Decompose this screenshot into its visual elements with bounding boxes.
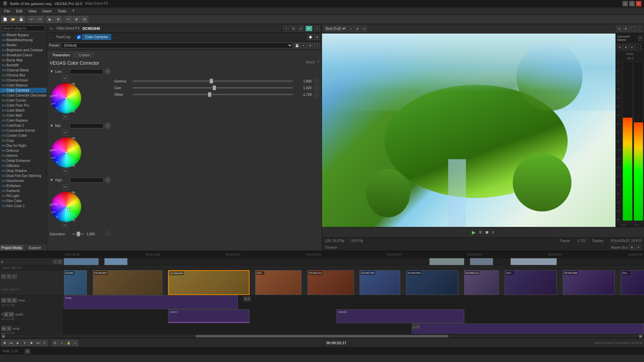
- plugin-diffusion[interactable]: FXDiffusion: [0, 163, 47, 168]
- vt2-clip1[interactable]: [64, 258, 99, 265]
- preset-options-button[interactable]: ⚙: [308, 43, 313, 48]
- clip-dcim1[interactable]: DCIM1: [64, 270, 87, 295]
- at1-rec[interactable]: R: [12, 298, 17, 303]
- group-button[interactable]: ⊞: [73, 16, 80, 23]
- plugin-defocus[interactable]: FXDefocus: [0, 148, 47, 153]
- tab-custom[interactable]: Custom: [75, 52, 94, 58]
- chain-settings-button[interactable]: ⚙: [314, 35, 320, 40]
- plugin-farbecht[interactable]: FXFarbecht: [0, 188, 47, 193]
- redo-button[interactable]: ↪: [36, 16, 43, 23]
- render-button[interactable]: ▶: [46, 16, 54, 23]
- preset-delete-button[interactable]: ✕: [301, 43, 306, 48]
- vt2-clip4[interactable]: [470, 258, 493, 265]
- clip-dcim3112[interactable]: DCIM3112: [464, 270, 499, 295]
- preset-help-button[interactable]: ?: [314, 43, 320, 48]
- cc-mid-wheel[interactable]: Mg Cy G Yl -100% 270°: [50, 136, 81, 168]
- plugin-bump[interactable]: FXBump Map: [0, 58, 47, 63]
- surround-btn4[interactable]: ♪: [635, 45, 641, 50]
- transport-play-stop[interactable]: ▶: [15, 340, 21, 346]
- plugin-bleistift[interactable]: FXBleistiftzeichnung: [0, 38, 47, 43]
- transport-pause[interactable]: ⏸: [21, 340, 28, 346]
- edit-ripple-button[interactable]: ≡: [59, 340, 65, 346]
- saturation-thumb[interactable]: [77, 232, 80, 236]
- audio-clip-song1[interactable]: song: [64, 295, 238, 309]
- fx-back-button[interactable]: ←: [49, 25, 54, 32]
- audio-clip-song3[interactable]: song: [412, 323, 644, 334]
- plugin-color-corrector-sec[interactable]: FXColor Corrector (Secondary): [0, 93, 47, 98]
- search-input[interactable]: [1, 25, 45, 31]
- plugin-chroma-blur[interactable]: FXChroma Blur: [0, 73, 47, 78]
- cc-high-collapse[interactable]: ▼: [50, 178, 54, 182]
- vt1-v-btn[interactable]: ≡: [12, 274, 17, 279]
- vt1-a-btn[interactable]: A: [7, 274, 11, 279]
- gamma-thumb[interactable]: [210, 79, 213, 83]
- vt2-clip5[interactable]: [511, 258, 557, 265]
- audio-clip-sound1[interactable]: sound1: [336, 309, 464, 323]
- plugin-color-melt[interactable]: FXColor Melt: [0, 113, 47, 118]
- cc-high-reset[interactable]: ○: [105, 177, 111, 183]
- chain-forward-arrow[interactable]: →: [112, 35, 116, 39]
- saturation-reset[interactable]: ○: [105, 231, 111, 237]
- tab-project-media[interactable]: Project Media: [0, 245, 23, 251]
- vt1-fx-btn[interactable]: FX: [1, 274, 6, 279]
- audio-clip-soud1[interactable]: soud 1: [168, 309, 249, 323]
- tab-parameters[interactable]: Parameters: [49, 52, 74, 58]
- plugin-channel-blend[interactable]: FXChannel Blend: [0, 68, 47, 73]
- cc-mid-eyedrop2[interactable]: ✏: [63, 168, 68, 174]
- surround-btn1[interactable]: ⚙: [617, 45, 623, 50]
- plugin-color-balance[interactable]: FXColor Balance: [0, 83, 47, 88]
- gain-reset[interactable]: ○: [314, 85, 319, 90]
- vt2-btn2[interactable]: V: [58, 260, 62, 264]
- offset-thumb[interactable]: [208, 92, 211, 97]
- plugin-brightness[interactable]: FXBrightness and Contrast: [0, 48, 47, 53]
- cc-mid-center-dot[interactable]: [65, 151, 68, 154]
- scroll-left-button[interactable]: ◄: [1, 335, 5, 338]
- plugin-detail[interactable]: FXDetail Enhancer: [0, 158, 47, 163]
- close-button[interactable]: ✕: [636, 1, 641, 6]
- plugin-film-color[interactable]: FXFilm Color: [0, 198, 47, 203]
- cc-high-value[interactable]: 334,54; 0,1477: [70, 178, 103, 183]
- new-button[interactable]: 📄: [1, 16, 9, 23]
- stop-button[interactable]: ⏹: [485, 230, 489, 235]
- preset-save-button[interactable]: 💾: [294, 43, 300, 48]
- cc-high-eyedrop2[interactable]: ✏: [63, 223, 68, 228]
- menu-help[interactable]: ?: [70, 8, 77, 14]
- undo-button[interactable]: ↩: [28, 16, 35, 23]
- grid-button[interactable]: ⊟: [81, 16, 88, 23]
- chain-keyframe-button[interactable]: ⌚: [308, 35, 313, 40]
- cc-about-link[interactable]: About: [306, 60, 314, 66]
- plugin-convolution[interactable]: FXConvolution Kernel: [0, 128, 47, 133]
- surround-btn3[interactable]: ⊟: [629, 45, 635, 50]
- plugin-border[interactable]: FXBorder: [0, 43, 47, 48]
- plugin-color-corrector[interactable]: FXColor Corrector: [0, 88, 47, 93]
- plugin-colorfast[interactable]: FXColorFast 2: [0, 123, 47, 128]
- plugin-fill-light[interactable]: FXFill Light: [0, 193, 47, 198]
- fx-animate-button[interactable]: fx: [306, 26, 312, 31]
- chain-color-corrector-checkbox[interactable]: [77, 35, 81, 39]
- transport-loop[interactable]: ↻: [42, 340, 48, 346]
- cc-low-eyedrop[interactable]: ✏: [63, 76, 68, 81]
- scroll-right-button[interactable]: ►: [639, 335, 643, 338]
- cc-low-eyedrop2[interactable]: ✏: [63, 114, 68, 119]
- edit-auto-button[interactable]: A: [72, 340, 78, 346]
- properties-button[interactable]: ⚙: [54, 16, 62, 23]
- clip-dci[interactable]: DCI...: [255, 270, 302, 295]
- offset-reset[interactable]: ○: [314, 92, 319, 97]
- at1-solo[interactable]: S: [7, 298, 11, 303]
- menu-view[interactable]: View: [26, 8, 39, 14]
- clip-dcim1566[interactable]: DCIM1566: [406, 270, 459, 295]
- plugin-buntstift[interactable]: FXBuntstift: [0, 63, 47, 68]
- plugin-dual-fish[interactable]: FXDual Fish Eye Stitching: [0, 173, 47, 178]
- at3-mute[interactable]: M: [1, 326, 6, 331]
- preview-zoom-button[interactable]: ⊞: [355, 26, 360, 32]
- fx-options-button[interactable]: ≡: [283, 26, 289, 31]
- pause-button[interactable]: ⏸: [478, 230, 482, 235]
- menu-insert[interactable]: Insert: [40, 8, 54, 14]
- menu-tools[interactable]: Tools: [55, 8, 69, 14]
- cc-mid-value[interactable]: 223,6; 0,069: [70, 123, 103, 128]
- cc-low-center-dot[interactable]: [65, 97, 68, 100]
- vt2-clip3[interactable]: [429, 258, 464, 265]
- plugin-duochrome[interactable]: FXDuochrome: [0, 178, 47, 183]
- surround-close-button[interactable]: ✕: [638, 36, 643, 41]
- fx-grid-button[interactable]: ⊞: [291, 26, 296, 31]
